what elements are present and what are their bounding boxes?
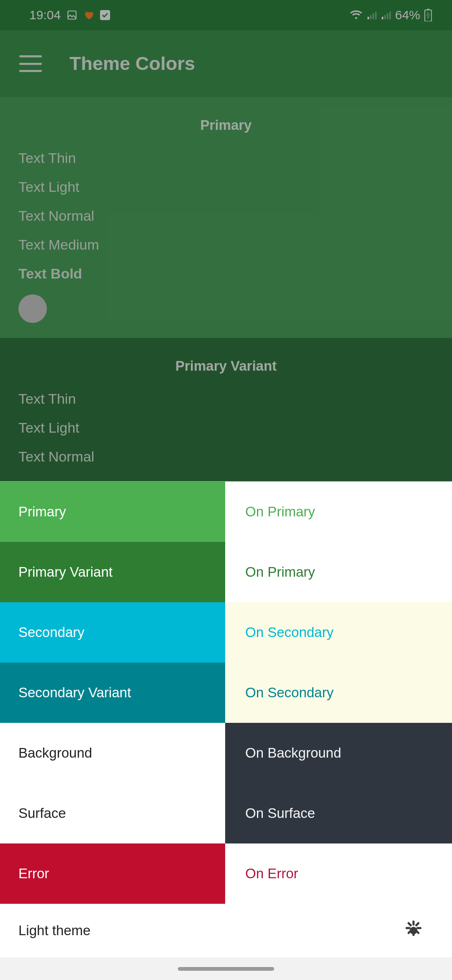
sun-icon bbox=[403, 921, 424, 941]
svg-rect-8 bbox=[387, 13, 388, 19]
app-bar: Theme Colors bbox=[0, 30, 452, 97]
status-bar: 19:04 64% bbox=[0, 0, 452, 30]
theme-toggle-row[interactable]: Light theme bbox=[0, 904, 452, 957]
heart-icon bbox=[83, 10, 94, 21]
signal-2-icon bbox=[381, 10, 391, 20]
palette-cell-on-surface[interactable]: On Surface bbox=[225, 783, 452, 843]
text-sample-bold: Text Bold bbox=[18, 266, 434, 282]
palette-row: Primary VariantOn Primary bbox=[0, 542, 452, 602]
palette-label: On Primary bbox=[245, 564, 315, 580]
palette-row: Secondary VariantOn Secondary bbox=[0, 663, 452, 723]
svg-rect-4 bbox=[372, 13, 374, 19]
signal-1-icon bbox=[367, 10, 377, 20]
palette-cell-error[interactable]: Error bbox=[0, 843, 225, 904]
text-sample-light: Text Light bbox=[18, 179, 434, 195]
text-sample-thin: Text Thin bbox=[18, 150, 434, 166]
svg-rect-6 bbox=[382, 17, 383, 19]
text-sample-thin: Text Thin bbox=[18, 391, 434, 407]
status-time: 19:04 bbox=[29, 8, 61, 22]
palette-cell-surface[interactable]: Surface bbox=[0, 783, 225, 843]
palette-label: Secondary Variant bbox=[18, 685, 131, 701]
text-sample-normal: Text Normal bbox=[18, 449, 434, 465]
svg-rect-9 bbox=[389, 12, 391, 19]
palette-cell-secondary-variant[interactable]: Secondary Variant bbox=[0, 663, 225, 723]
theme-toggle-label: Light theme bbox=[18, 923, 90, 939]
page-title: Theme Colors bbox=[69, 53, 195, 75]
palette-label: On Error bbox=[245, 866, 298, 882]
palette-row: SecondaryOn Secondary bbox=[0, 602, 452, 663]
text-sample-medium: Text Medium bbox=[18, 237, 434, 253]
swatch-primary-variant: Primary Variant Text Thin Text Light Tex… bbox=[0, 338, 452, 481]
svg-rect-7 bbox=[384, 15, 386, 19]
palette-cell-background[interactable]: Background bbox=[0, 723, 225, 783]
palette-cell-primary[interactable]: Primary bbox=[0, 482, 225, 542]
palette-label: On Secondary bbox=[245, 624, 334, 640]
palette-cell-secondary[interactable]: Secondary bbox=[0, 602, 225, 663]
palette-label: On Surface bbox=[245, 805, 315, 821]
palette-label: On Secondary bbox=[245, 685, 334, 701]
palette-row: PrimaryOn Primary bbox=[0, 482, 452, 542]
svg-rect-3 bbox=[370, 15, 372, 19]
nav-handle[interactable] bbox=[178, 967, 274, 971]
palette-cell-primary-variant[interactable]: Primary Variant bbox=[0, 542, 225, 602]
palette-cell-on-secondary[interactable]: On Secondary bbox=[225, 602, 452, 663]
text-sample-normal: Text Normal bbox=[18, 208, 434, 224]
svg-rect-0 bbox=[68, 11, 76, 19]
palette-label: On Background bbox=[245, 745, 341, 761]
status-right: 64% bbox=[350, 8, 432, 22]
android-nav-bar bbox=[0, 957, 452, 980]
swatch-primary-variant-title: Primary Variant bbox=[18, 358, 434, 374]
svg-rect-11 bbox=[427, 9, 429, 10]
palette-row: BackgroundOn Background bbox=[0, 723, 452, 783]
status-left: 19:04 bbox=[29, 8, 110, 22]
check-icon bbox=[100, 10, 110, 20]
palette-row: ErrorOn Error bbox=[0, 843, 452, 904]
swatch-primary-title: Primary bbox=[18, 117, 434, 133]
fab-button[interactable] bbox=[18, 294, 47, 323]
battery-text: 64% bbox=[395, 8, 420, 22]
svg-rect-5 bbox=[375, 12, 377, 19]
palette-label: Background bbox=[18, 745, 92, 761]
palette-label: Secondary bbox=[18, 624, 85, 640]
palette-grid: PrimaryOn PrimaryPrimary VariantOn Prima… bbox=[0, 482, 452, 904]
palette-bottom-sheet: PrimaryOn PrimaryPrimary VariantOn Prima… bbox=[0, 482, 452, 980]
palette-label: Primary Variant bbox=[18, 564, 113, 580]
palette-cell-on-primary[interactable]: On Primary bbox=[225, 482, 452, 542]
image-icon bbox=[67, 10, 77, 21]
palette-label: Primary bbox=[18, 504, 66, 520]
swatch-primary: Primary Text Thin Text Light Text Normal… bbox=[0, 97, 452, 338]
palette-cell-on-secondary[interactable]: On Secondary bbox=[225, 663, 452, 723]
palette-label: Surface bbox=[18, 805, 66, 821]
palette-cell-on-primary[interactable]: On Primary bbox=[225, 542, 452, 602]
wifi-icon bbox=[350, 10, 362, 20]
palette-label: Error bbox=[18, 866, 49, 882]
palette-row: SurfaceOn Surface bbox=[0, 783, 452, 843]
palette-cell-on-background[interactable]: On Background bbox=[225, 723, 452, 783]
battery-icon bbox=[424, 9, 432, 21]
menu-icon[interactable] bbox=[19, 55, 42, 72]
text-sample-light: Text Light bbox=[18, 420, 434, 436]
palette-label: On Primary bbox=[245, 504, 315, 520]
svg-rect-2 bbox=[367, 17, 369, 19]
palette-cell-on-error[interactable]: On Error bbox=[225, 843, 452, 904]
